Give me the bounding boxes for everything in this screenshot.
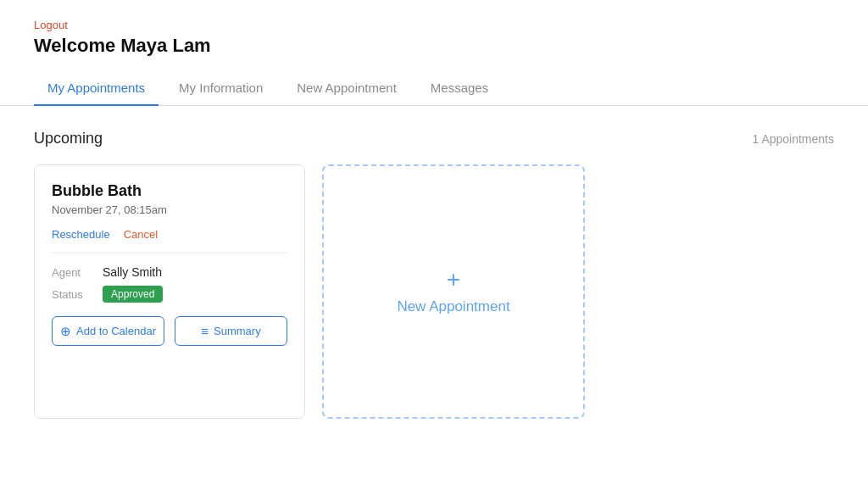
add-calendar-label: Add to Calendar <box>76 325 156 337</box>
add-to-calendar-button[interactable]: ⊕ Add to Calendar <box>52 316 164 346</box>
appointment-actions: Reschedule Cancel <box>52 228 287 253</box>
appointment-info: Agent Sally Smith Status Approved <box>52 265 287 303</box>
cancel-link[interactable]: Cancel <box>124 228 158 241</box>
appointment-card: Bubble Bath November 27, 08:15am Resched… <box>34 164 305 419</box>
appointment-name: Bubble Bath <box>52 182 287 200</box>
top-bar: Logout Welcome Maya Lam <box>0 0 868 64</box>
summary-button[interactable]: ≡ Summary <box>175 316 287 346</box>
summary-label: Summary <box>214 325 261 337</box>
agent-row: Agent Sally Smith <box>52 265 287 279</box>
new-appointment-plus-icon: + <box>447 268 460 292</box>
appointment-buttons: ⊕ Add to Calendar ≡ Summary <box>52 316 287 346</box>
new-appointment-label: New Appointment <box>397 298 509 315</box>
logout-link[interactable]: Logout <box>34 19 68 31</box>
agent-value: Sally Smith <box>103 265 162 279</box>
tab-my-appointments[interactable]: My Appointments <box>34 70 159 105</box>
section-header: Upcoming 1 Appointments <box>34 130 834 147</box>
section-title: Upcoming <box>34 130 103 147</box>
calendar-icon: ⊕ <box>60 325 71 337</box>
new-appointment-card[interactable]: + New Appointment <box>322 164 585 419</box>
status-badge: Approved <box>103 286 163 303</box>
nav-tabs: My Appointments My Information New Appoi… <box>0 70 868 106</box>
main-content: Upcoming 1 Appointments Bubble Bath Nove… <box>0 106 868 442</box>
appointments-count: 1 Appointments <box>752 132 834 146</box>
tab-my-information[interactable]: My Information <box>165 70 276 105</box>
tab-new-appointment[interactable]: New Appointment <box>283 70 410 105</box>
welcome-heading: Welcome Maya Lam <box>34 35 834 57</box>
status-label: Status <box>52 288 103 301</box>
appointment-datetime: November 27, 08:15am <box>52 203 287 216</box>
reschedule-link[interactable]: Reschedule <box>52 228 110 241</box>
cards-row: Bubble Bath November 27, 08:15am Resched… <box>34 164 834 419</box>
status-row: Status Approved <box>52 286 287 303</box>
agent-label: Agent <box>52 266 103 279</box>
tab-messages[interactable]: Messages <box>417 70 502 105</box>
summary-icon: ≡ <box>201 325 209 337</box>
